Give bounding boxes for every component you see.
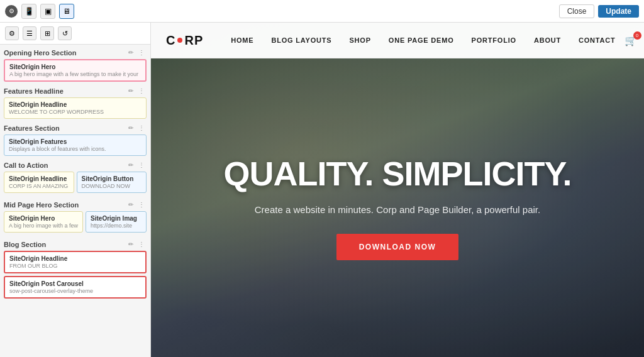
site-logo: CRP [166, 33, 203, 48]
site-menu: HOME BLOG LAYOUTS SHOP ONE PAGE DEMO POR… [222, 36, 624, 44]
nav-item-portfolio[interactable]: PORTFOLIO [463, 36, 525, 44]
admin-bar: ⚙ 📱 ▣ 🖥 Close Update [0, 0, 644, 23]
widget-name: SiteOrigin Features [9, 138, 142, 145]
hero-cta-button[interactable]: DOWNLOAD NOW [336, 234, 459, 260]
device-tablet-icon[interactable]: ▣ [40, 4, 55, 19]
device-desktop-icon[interactable]: 🖥 [59, 4, 74, 19]
settings-icon[interactable]: ⚙ [5, 26, 19, 40]
section-title-mid-hero: Mid Page Hero Section [4, 201, 79, 209]
close-button[interactable]: Close [559, 4, 595, 18]
list-icon[interactable]: ☰ [23, 26, 36, 40]
preview-area: CRP HOME BLOG LAYOUTS SHOP ONE PAGE DEMO… [151, 23, 644, 357]
widget-name: SiteOrigin Headline [9, 175, 69, 182]
widget-desc: Displays a block of features with icons. [9, 146, 142, 152]
section-title-cta: Call to Action [4, 162, 48, 169]
widget-name: SiteOrigin Post Carousel [9, 280, 141, 287]
hero-headline: QUALITY. SIMPLICITY. [223, 155, 571, 192]
section-actions-features-headline: ✏ ⋮ [126, 87, 147, 95]
widget-mid-hero[interactable]: SiteOrigin Hero A big hero image with a … [4, 211, 83, 233]
main-layout: ⚙ ☰ ⊞ ↺ Opening Hero Section ✏ ⋮ SiteOri… [0, 23, 644, 357]
widget-mid-image[interactable]: SiteOrigin Imag https://demo.site [86, 211, 147, 233]
widget-name: SiteOrigin Imag [91, 215, 142, 222]
widget-name: SiteOrigin Button [82, 175, 142, 182]
widget-cta-headline[interactable]: SiteOrigin Headline CORP IS AN AMAZING [4, 172, 74, 193]
nav-item-home[interactable]: HOME [222, 36, 262, 44]
widget-cta-button[interactable]: SiteOrigin Button DOWNLOAD NOW [77, 172, 147, 193]
hero-subheadline: Create a website in minutes. Corp and Pa… [255, 204, 540, 215]
section-header-mid-hero: Mid Page Hero Section ✏ ⋮ [4, 200, 147, 209]
section-header-features-headline: Features Headline ✏ ⋮ [4, 87, 147, 95]
section-header-features: Features Section ✏ ⋮ [4, 124, 147, 132]
section-actions-features: ✏ ⋮ [126, 124, 147, 132]
section-title-blog: Blog Section [4, 241, 46, 248]
wp-icon[interactable]: ⚙ [5, 5, 18, 18]
admin-bar-right: Close Update [559, 4, 639, 18]
section-call-to-action: Call to Action ✏ ⋮ SiteOrigin Headline C… [4, 161, 147, 195]
section-title-features-headline: Features Headline [4, 87, 64, 95]
edit-section-btn-2[interactable]: ✏ [126, 87, 135, 95]
widget-siteorigin-hero-1[interactable]: SiteOrigin Hero A big hero image with a … [4, 59, 147, 82]
move-section-btn[interactable]: ⋮ [136, 48, 147, 57]
move-section-btn-5[interactable]: ⋮ [136, 200, 147, 209]
nav-item-shop[interactable]: SHOP [340, 36, 379, 44]
nav-item-about[interactable]: ABOUT [525, 36, 570, 44]
move-section-btn-3[interactable]: ⋮ [136, 124, 147, 132]
widget-desc: https://demo.site [91, 222, 142, 229]
device-mobile-icon[interactable]: 📱 [21, 4, 36, 19]
grid-icon[interactable]: ⊞ [40, 26, 54, 40]
section-actions-opening-hero: ✏ ⋮ [126, 48, 147, 57]
widget-desc: A big hero image with a few settings to … [9, 71, 141, 77]
history-icon[interactable]: ↺ [58, 26, 72, 40]
section-actions-blog: ✏ ⋮ [126, 240, 147, 248]
widget-desc: WELCOME TO CORP WORDPRESS [9, 109, 142, 115]
section-features: Features Section ✏ ⋮ SiteOrigin Features… [4, 124, 147, 156]
widget-name: SiteOrigin Headline [9, 255, 141, 262]
nav-item-contact[interactable]: CONTACT [570, 36, 625, 44]
widget-name: SiteOrigin Hero [9, 215, 78, 222]
widget-row-mid-hero: SiteOrigin Hero A big hero image with a … [4, 211, 147, 235]
section-actions-mid-hero: ✏ ⋮ [126, 200, 147, 209]
move-section-btn-4[interactable]: ⋮ [136, 161, 147, 169]
site-nav: CRP HOME BLOG LAYOUTS SHOP ONE PAGE DEMO… [151, 23, 644, 58]
nav-item-blog-layouts[interactable]: BLOG LAYOUTS [262, 36, 340, 44]
logo-dot [177, 38, 182, 43]
update-button[interactable]: Update [598, 5, 639, 18]
section-opening-hero: Opening Hero Section ✏ ⋮ SiteOrigin Hero… [4, 48, 147, 82]
edit-section-btn-4[interactable]: ✏ [126, 161, 135, 169]
cart-icon-wrap[interactable]: 🛒 0 [625, 35, 637, 47]
widget-desc: DOWNLOAD NOW [82, 183, 142, 189]
edit-section-btn[interactable]: ✏ [126, 48, 135, 57]
widget-name: SiteOrigin Headline [9, 101, 142, 108]
section-title-features: Features Section [4, 124, 60, 132]
widget-siteorigin-headline-1[interactable]: SiteOrigin Headline WELCOME TO CORP WORD… [4, 97, 147, 119]
nav-item-one-page-demo[interactable]: ONE PAGE DEMO [380, 36, 463, 44]
widget-desc: sow-post-carousel-overlay-theme [9, 288, 141, 294]
section-blog: Blog Section ✏ ⋮ SiteOrigin Headline FRO… [4, 240, 147, 299]
section-header-opening-hero: Opening Hero Section ✏ ⋮ [4, 48, 147, 57]
widget-siteorigin-features[interactable]: SiteOrigin Features Displays a block of … [4, 135, 147, 156]
widget-desc: FROM OUR BLOG [9, 263, 141, 269]
section-mid-page-hero: Mid Page Hero Section ✏ ⋮ SiteOrigin Her… [4, 200, 147, 235]
edit-section-btn-6[interactable]: ✏ [126, 240, 135, 248]
hero-content: QUALITY. SIMPLICITY. Create a website in… [151, 58, 644, 357]
edit-section-btn-3[interactable]: ✏ [126, 124, 135, 132]
section-actions-cta: ✏ ⋮ [126, 161, 147, 169]
widget-desc: A big hero image with a few [9, 222, 78, 229]
sidebar: ⚙ ☰ ⊞ ↺ Opening Hero Section ✏ ⋮ SiteOri… [0, 23, 151, 357]
widget-desc: CORP IS AN AMAZING [9, 183, 69, 189]
widget-name: SiteOrigin Hero [9, 63, 141, 70]
section-header-cta: Call to Action ✏ ⋮ [4, 161, 147, 169]
move-section-btn-6[interactable]: ⋮ [136, 240, 147, 248]
section-features-headline: Features Headline ✏ ⋮ SiteOrigin Headlin… [4, 87, 147, 119]
sidebar-content: Opening Hero Section ✏ ⋮ SiteOrigin Hero… [0, 45, 150, 357]
section-title-opening-hero: Opening Hero Section [4, 49, 77, 57]
edit-section-btn-5[interactable]: ✏ [126, 200, 135, 209]
sidebar-toolbar: ⚙ ☰ ⊞ ↺ [0, 23, 150, 45]
admin-bar-left: ⚙ 📱 ▣ 🖥 [5, 4, 74, 19]
cart-badge: 0 [633, 31, 641, 40]
move-section-btn-2[interactable]: ⋮ [136, 87, 147, 95]
widget-blog-headline[interactable]: SiteOrigin Headline FROM OUR BLOG [4, 251, 147, 273]
widget-row-cta: SiteOrigin Headline CORP IS AN AMAZING S… [4, 172, 147, 195]
site-menu-icons: 🛒 0 🔍 [625, 35, 644, 47]
widget-blog-carousel[interactable]: SiteOrigin Post Carousel sow-post-carous… [4, 276, 147, 299]
